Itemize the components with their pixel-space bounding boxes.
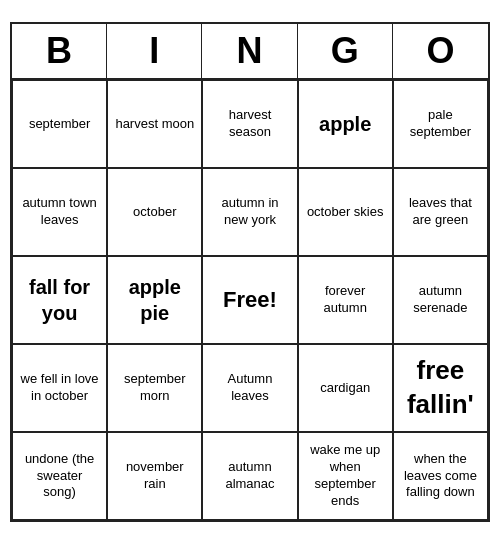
- bingo-cell-12: Free!: [202, 256, 297, 344]
- bingo-cell-9: leaves that are green: [393, 168, 488, 256]
- bingo-cell-1: harvest moon: [107, 80, 202, 168]
- bingo-cell-13: forever autumn: [298, 256, 393, 344]
- bingo-cell-15: we fell in love in october: [12, 344, 107, 432]
- bingo-header: BINGO: [12, 24, 488, 80]
- bingo-cell-8: october skies: [298, 168, 393, 256]
- bingo-cell-10: fall for you: [12, 256, 107, 344]
- bingo-cell-20: undone (the sweater song): [12, 432, 107, 520]
- bingo-cell-18: cardigan: [298, 344, 393, 432]
- bingo-cell-2: harvest season: [202, 80, 297, 168]
- header-letter-g: G: [298, 24, 393, 78]
- bingo-cell-3: apple: [298, 80, 393, 168]
- bingo-cell-16: september morn: [107, 344, 202, 432]
- bingo-cell-17: Autumn leaves: [202, 344, 297, 432]
- bingo-cell-19: free fallin': [393, 344, 488, 432]
- header-letter-o: O: [393, 24, 488, 78]
- bingo-cell-4: pale september: [393, 80, 488, 168]
- bingo-card: BINGO septemberharvest moonharvest seaso…: [10, 22, 490, 522]
- bingo-cell-11: apple pie: [107, 256, 202, 344]
- bingo-cell-22: autumn almanac: [202, 432, 297, 520]
- bingo-grid: septemberharvest moonharvest seasonapple…: [12, 80, 488, 520]
- bingo-cell-21: november rain: [107, 432, 202, 520]
- bingo-cell-23: wake me up when september ends: [298, 432, 393, 520]
- bingo-cell-24: when the leaves come falling down: [393, 432, 488, 520]
- header-letter-n: N: [202, 24, 297, 78]
- header-letter-i: I: [107, 24, 202, 78]
- bingo-cell-5: autumn town leaves: [12, 168, 107, 256]
- bingo-cell-7: autumn in new york: [202, 168, 297, 256]
- header-letter-b: B: [12, 24, 107, 78]
- bingo-cell-6: october: [107, 168, 202, 256]
- bingo-cell-0: september: [12, 80, 107, 168]
- bingo-cell-14: autumn serenade: [393, 256, 488, 344]
